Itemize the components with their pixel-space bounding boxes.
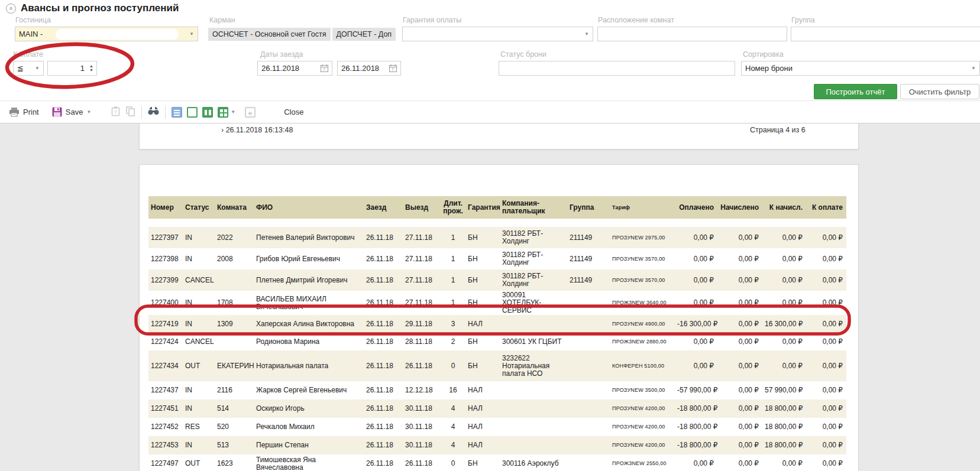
cell-number: 1227437 [148,381,183,399]
column-header-paid: Оплачено [675,196,717,219]
cell-charged: 0,00 ₽ [717,381,762,399]
cell-company [500,381,567,399]
cell-number: 1227452 [148,418,183,436]
cell-status: IN [183,315,215,333]
table-row: 1227399CANCELПлетнев Дмитрий Игоревич26.… [148,269,846,291]
cell-charged: 0,00 ₽ [717,454,762,471]
cell-guarantee: БН [465,248,500,269]
cell-number: 1227399 [148,269,183,291]
cell-to-pay: 0,00 ₽ [806,418,846,436]
build-report-button[interactable]: Построить отчёт [814,84,897,99]
report-preview-area[interactable]: › 26.11.2018 16:13:48 Страница 4 из 6 Но… [0,124,980,471]
cell-charged: 0,00 ₽ [717,291,762,315]
view-thumbnails-icon[interactable] [218,107,228,118]
collapse-panel-icon[interactable]: ∧ [6,4,16,14]
toolbar-separator [141,106,142,119]
hotel-select[interactable]: MAIN - ▼ [15,27,198,41]
group-input[interactable] [791,27,980,41]
table-row: 1227451IN514Оскирко Игорь26.11.1830.11.1… [148,399,846,418]
cell-departure: 27.11.18 [403,227,441,248]
cell-guarantee: НАЛ [465,315,500,333]
stepper-arrows-icon[interactable]: ▲▼ [89,64,93,72]
cell-arrival: 26.11.18 [364,291,403,315]
cell-group [567,315,604,333]
guarantee-label: Гарантия оплаты [403,16,461,24]
cell-name: Жарков Сергей Евгеньевич [254,381,364,399]
cell-group [567,333,604,350]
cell-arrival: 26.11.18 [364,333,403,350]
pocket-chip[interactable]: ДОПСЧЕТ - Доп [332,28,396,41]
cell-to-charge: 0,00 ₽ [762,269,806,291]
cell-group [567,291,604,315]
cell-number: 1227424 [148,333,183,350]
cell-nights: 4 [441,436,465,454]
cell-departure: 30.11.18 [403,436,441,454]
cell-name: Родионова Марина [254,333,364,350]
cell-number: 1227419 [148,315,183,333]
cell-nights: 1 [441,291,465,315]
arrival-date-from-input[interactable]: 26.11.2018 7 [257,61,332,76]
booking-status-input[interactable] [499,61,735,76]
cell-company: 300091 ХОТЕЛБУК-СЕРВИС [500,291,567,315]
sorting-select[interactable]: Номер брони ▼ [741,61,980,76]
cell-room: 520 [215,418,254,436]
cell-to-pay: 0,00 ₽ [806,248,846,269]
column-header-number: Номер [148,196,183,219]
cell-to-charge: 18 800,00 ₽ [762,436,806,454]
cell-guarantee: НАЛ [465,418,500,436]
arrival-date-to-value: 26.11.2018 [341,64,379,73]
chevron-down-icon[interactable]: ▼ [86,109,91,115]
cell-name: Грибов Юрий Евгеньевич [254,248,364,269]
cell-charged: 0,00 ₽ [717,315,762,333]
cell-departure: 29.11.18 [403,315,441,333]
to-pay-value-stepper[interactable]: 1 ▲▼ [47,61,97,76]
clear-filter-button[interactable]: Очистить фильтр [900,84,979,99]
cell-company: 301182 РБТ-Холдинг [500,227,567,248]
report-page-info: Страница 4 из 6 [750,126,806,134]
cell-charged: 0,00 ₽ [717,333,762,350]
cell-to-charge: 57 990,00 ₽ [762,381,806,399]
search-binoculars-icon[interactable] [148,106,159,118]
cell-guarantee: БН [465,227,500,248]
cell-departure: 26.11.18 [403,350,441,381]
save-button[interactable]: Save ▼ [52,107,92,117]
cell-company: 301182 РБТ-Холдинг [500,248,567,269]
column-header-group: Группа [567,196,604,219]
pocket-label: Карман [209,16,235,24]
cell-to-pay: 0,00 ₽ [806,454,846,471]
arrival-date-to-input[interactable]: 26.11.2018 7 [337,61,401,76]
cell-status: IN [183,227,215,248]
print-button[interactable]: Print [9,108,39,117]
cell-charged: 0,00 ₽ [717,436,762,454]
close-button[interactable]: Close [284,108,303,116]
pocket-field[interactable]: ОСНСЧЕТ - Основной счет Гостя ДОПСЧЕТ - … [208,27,396,41]
to-pay-operator-select[interactable]: ≦ ▼ [13,61,44,76]
report-page-current: НомерСтатусКомнатаФИОЗаездВыездДлит. про… [139,164,859,471]
cell-rate: ПРОЗУNEW 3570,00 [604,269,675,291]
cell-status: IN [183,436,215,454]
cell-name: Першин Степан [254,436,364,454]
hotel-value: MAIN - [19,30,43,38]
cell-arrival: 26.11.18 [364,454,403,471]
chevron-down-icon: ▼ [35,66,40,71]
guarantee-select[interactable]: ▼ [402,27,593,41]
table-row: 1227453IN513Першин Степан26.11.1830.11.1… [148,436,846,454]
chevron-down-icon[interactable]: ▼ [231,109,235,115]
filter-panel: ∧ Авансы и прогноз поступлений Гостиница… [0,0,980,100]
calendar-icon[interactable]: 7 [389,64,397,72]
arrival-dates-label: Даты заезда [260,50,303,59]
cell-name: ВАСИЛЬЕВ МИХАИЛ Вячеславович [254,291,364,315]
calendar-icon[interactable]: 7 [321,64,328,72]
cell-to-pay: 0,00 ₽ [806,227,846,248]
view-continuous-icon[interactable] [172,107,182,118]
cell-paid: 0,00 ₽ [675,454,717,471]
view-single-page-icon[interactable] [187,107,198,118]
cell-paid: 0,00 ₽ [675,291,717,315]
cell-company [500,399,567,418]
room-location-input[interactable] [597,27,787,41]
view-facing-pages-icon[interactable] [202,107,213,118]
booking-status-label: Статус брони [500,50,546,59]
to-pay-value: 1 [80,64,85,73]
pocket-chip[interactable]: ОСНСЧЕТ - Основной счет Гостя [208,28,331,41]
cell-departure: 27.11.18 [403,248,441,269]
